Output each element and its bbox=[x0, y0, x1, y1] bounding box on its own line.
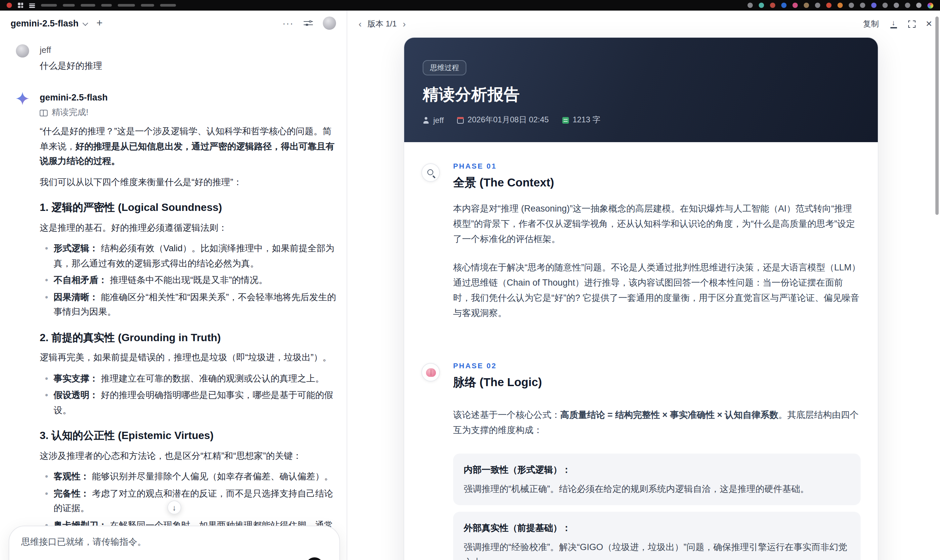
chat-header: gemini-2.5-flash + ··· bbox=[0, 11, 347, 36]
menubar-status-icon[interactable] bbox=[815, 3, 820, 8]
settings-sliders-icon[interactable] bbox=[304, 18, 313, 28]
download-icon[interactable]: ↓ bbox=[889, 19, 897, 28]
user-message: jeff 什么是好的推理 bbox=[16, 44, 338, 73]
menubar-status-icon[interactable] bbox=[781, 3, 786, 8]
record-indicator-icon[interactable] bbox=[7, 3, 12, 8]
app-menu-item[interactable] bbox=[101, 4, 112, 7]
lead-paragraph: 我们可以从以下四个维度来衡量什么是“好的推理”： bbox=[40, 175, 338, 190]
reading-status: 精读完成! bbox=[40, 106, 338, 118]
counter-icon bbox=[562, 117, 569, 123]
version-label: 版本 1/1 bbox=[367, 18, 396, 29]
chat-message-list[interactable]: jeff 什么是好的推理 gemini-2.5-flash bbox=[0, 36, 347, 560]
date-meta: 2026年01月08日 02:45 bbox=[457, 114, 549, 126]
down-arrow-icon: ↓ bbox=[172, 503, 176, 512]
close-icon[interactable]: × bbox=[926, 19, 932, 28]
app-window: gemini-2.5-flash + ··· jeff 什么是好的推理 bbox=[0, 0, 940, 560]
menu-icon[interactable] bbox=[29, 3, 35, 8]
app-menu-item[interactable] bbox=[81, 4, 95, 7]
section-heading: 3. 认知的公正性 (Epistemic Virtues) bbox=[40, 428, 338, 443]
more-options-button[interactable]: ··· bbox=[282, 18, 294, 28]
menubar-status-icon[interactable] bbox=[916, 3, 922, 8]
app-menu-item[interactable] bbox=[118, 4, 135, 7]
menu-bar bbox=[0, 0, 940, 11]
card-body: 强调推理的“机械正确”。结论必须在给定的规则系统内逻辑自洽，这是推理的硬件基础。 bbox=[464, 482, 850, 497]
app-menu-item[interactable] bbox=[63, 4, 75, 7]
fullscreen-icon[interactable] bbox=[908, 20, 915, 28]
report-meta: jeff 2026年01月08日 02:45 1213 字 bbox=[423, 114, 859, 126]
calendar-icon bbox=[457, 117, 464, 123]
menubar-status-icon[interactable] bbox=[826, 3, 832, 8]
voice-input-button[interactable] bbox=[306, 557, 324, 560]
dimension-card: 内部一致性（形式逻辑）： 强调推理的“机械正确”。结论必须在给定的规则系统内逻辑… bbox=[453, 454, 861, 505]
menubar-status-icon[interactable] bbox=[860, 3, 865, 8]
assistant-message: gemini-2.5-flash 精读完成! “什么是好的推理？”这是一个涉及逻… bbox=[16, 92, 338, 560]
menubar-status-icon[interactable] bbox=[905, 3, 910, 8]
menubar-status-icon[interactable] bbox=[759, 3, 764, 8]
grid-icon[interactable] bbox=[18, 3, 23, 8]
model-selector[interactable]: gemini-2.5-flash bbox=[11, 18, 89, 28]
assistant-markdown: “什么是好的推理？”这是一个涉及逻辑学、认知科学和哲学核心的问题。简单来说，好的… bbox=[40, 124, 338, 560]
section-desc: 这是推理的基石。好的推理必须遵循逻辑法则： bbox=[40, 220, 338, 235]
app-menu-item[interactable] bbox=[41, 4, 57, 7]
menubar-status-icon[interactable] bbox=[883, 3, 888, 8]
report-title: 精读分析报告 bbox=[423, 84, 859, 105]
book-icon bbox=[40, 109, 48, 115]
formula-paragraph: 该论述基于一个核心公式：高质量结论 = 结构完整性 × 事实准确性 × 认知自律… bbox=[453, 407, 861, 438]
list-item: 形式逻辑：结构必须有效（Valid）。比如演绎推理中，如果前提全部为真，那么通过… bbox=[54, 242, 338, 271]
list-item: 不自相矛盾：推理链条中不能出现“既是又非”的情况。 bbox=[54, 273, 338, 288]
card-title: 内部一致性（形式逻辑）： bbox=[464, 462, 850, 477]
brain-icon bbox=[421, 363, 440, 382]
app-menu-item[interactable] bbox=[160, 4, 176, 7]
person-icon bbox=[423, 117, 429, 123]
scroll-to-bottom-button[interactable]: ↓ bbox=[167, 500, 181, 514]
menubar-status-icon[interactable] bbox=[747, 3, 753, 8]
artifact-actions: 复制 ↓ × bbox=[863, 18, 932, 29]
status-text: 精读完成! bbox=[52, 106, 88, 118]
menubar-status-icon[interactable] bbox=[871, 3, 877, 8]
section-desc: 逻辑再完美，如果前提是错误的，推理也是垃圾（即“垃圾进，垃圾出”）。 bbox=[40, 351, 338, 365]
message-composer[interactable]: 思维接口已就绪，请传输指令。 + ✻ bbox=[9, 526, 340, 560]
user-avatar bbox=[16, 44, 29, 57]
version-navigator: ‹ 版本 1/1 › bbox=[359, 18, 406, 29]
composer-toolbar: + ✻ bbox=[21, 557, 327, 560]
menubar-status-icon[interactable] bbox=[849, 3, 854, 8]
next-version-button[interactable]: › bbox=[402, 20, 405, 28]
chat-panel: gemini-2.5-flash + ··· jeff 什么是好的推理 bbox=[0, 11, 347, 560]
message-text: 什么是好的推理 bbox=[40, 59, 338, 73]
menubar-status-icons bbox=[747, 3, 922, 8]
bullet-list: 形式逻辑：结构必须有效（Valid）。比如演绎推理中，如果前提全部为真，那么通过… bbox=[40, 242, 338, 320]
menubar-status-icon[interactable] bbox=[804, 3, 809, 8]
user-avatar[interactable] bbox=[323, 17, 336, 30]
assistant-orb-icon[interactable] bbox=[928, 2, 933, 8]
list-item: 事实支撑：推理建立在可靠的数据、准确的观测或公认的真理之上。 bbox=[54, 371, 338, 386]
composer-status-text[interactable]: 思维接口已就绪，请传输指令。 bbox=[21, 536, 327, 548]
list-item: 因果清晰：能准确区分“相关性”和“因果关系”，不会轻率地将先后发生的事情归为因果… bbox=[54, 290, 338, 320]
app-menu-item[interactable] bbox=[141, 4, 154, 7]
copy-button[interactable]: 复制 bbox=[863, 18, 879, 29]
phase-label: PHASE 02 bbox=[453, 362, 861, 369]
list-item: 假设透明：好的推理会明确指明哪些是已知事实，哪些是基于可能的假设。 bbox=[54, 388, 338, 418]
author-meta: jeff bbox=[423, 115, 444, 125]
artifact-panel: ‹ 版本 1/1 › 复制 ↓ × 思维过程 精读分析报告 jeff bbox=[348, 11, 940, 560]
dimension-card: 外部真实性（前提基础）： 强调推理的“经验校准”。解决“GIGO（垃圾进，垃圾出… bbox=[453, 512, 861, 560]
message-author: jeff bbox=[40, 44, 338, 56]
report-hero: 思维过程 精读分析报告 jeff 2026年01月08日 02:45 1213 … bbox=[404, 38, 878, 142]
phase-title: 脉络 (The Logic) bbox=[453, 374, 861, 390]
menubar-status-icon[interactable] bbox=[837, 3, 843, 8]
phase-label: PHASE 01 bbox=[453, 162, 861, 170]
list-item: 完备性：考虑了对立的观点和潜在的反证，而不是只选择支持自己结论的证据。 bbox=[54, 486, 338, 516]
menubar-status-icon[interactable] bbox=[770, 3, 775, 8]
previous-version-button[interactable]: ‹ bbox=[359, 20, 362, 28]
artifact-card: 思维过程 精读分析报告 jeff 2026年01月08日 02:45 1213 … bbox=[404, 37, 878, 560]
card-title: 外部真实性（前提基础）： bbox=[464, 520, 850, 535]
scrollbar[interactable] bbox=[935, 17, 938, 215]
section-heading: 1. 逻辑的严密性 (Logical Soundness) bbox=[40, 200, 338, 215]
magnifier-icon bbox=[421, 163, 440, 182]
phase-section-context: PHASE 01 全景 (The Context) 本内容是对“推理 (Reas… bbox=[404, 162, 878, 334]
message-author: gemini-2.5-flash bbox=[40, 92, 338, 104]
phase-body: 该论述基于一个核心公式：高质量结论 = 结构完整性 × 事实准确性 × 认知自律… bbox=[453, 407, 861, 560]
menubar-status-icon[interactable] bbox=[792, 3, 798, 8]
gemini-sparkle-icon bbox=[16, 92, 29, 560]
menubar-status-icon[interactable] bbox=[894, 3, 899, 8]
new-chat-button[interactable]: + bbox=[97, 18, 103, 28]
